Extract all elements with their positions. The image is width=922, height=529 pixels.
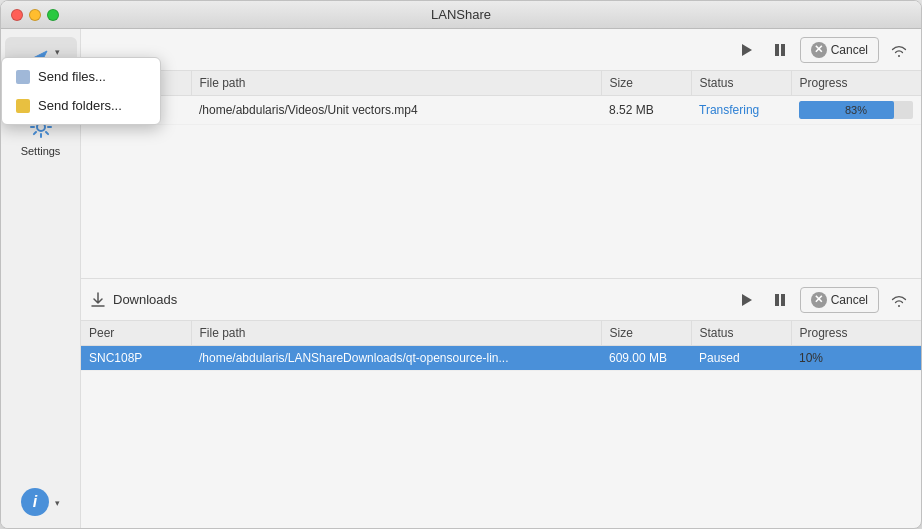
send-folders-label: Send folders...	[81, 98, 122, 113]
upload-col-status: Status	[691, 71, 791, 96]
send-folders-menu-item[interactable]: Send folders...	[81, 91, 160, 120]
svg-rect-5	[775, 294, 779, 306]
send-files-label: Send files...	[81, 69, 106, 84]
downloads-label-container: Downloads	[89, 291, 726, 309]
downloads-row-path: /home/abdularis/LANShareDownloads/qt-ope…	[191, 346, 601, 371]
upload-progress-text: 83%	[799, 101, 913, 119]
downloads-toolbar: Downloads ✕ C	[81, 279, 921, 321]
downloads-row-peer: SNC108P	[81, 346, 191, 371]
downloads-col-progress: Progress	[791, 321, 921, 346]
downloads-col-size: Size	[601, 321, 691, 346]
upload-row-size: 8.52 MB	[601, 96, 691, 125]
sidebar-bottom: i ▾	[21, 488, 60, 528]
upload-table-body: SNC108P /home/abdularis/Videos/Unit vect…	[81, 96, 921, 125]
downloads-play-button[interactable]	[732, 286, 760, 314]
info-icon-text: i	[33, 493, 37, 511]
downloads-col-path: File path	[191, 321, 601, 346]
downloads-pause-button[interactable]	[766, 286, 794, 314]
upload-table-container: Peer File path Size Status Progress SNC1…	[81, 71, 921, 278]
send-dropdown-menu: Send files... Send folders...	[81, 57, 161, 125]
upload-cancel-icon: ✕	[811, 42, 827, 58]
upload-cancel-label: Cancel	[831, 43, 868, 57]
info-button[interactable]: i	[21, 488, 49, 516]
table-row[interactable]: SNC108P /home/abdularis/LANShareDownload…	[81, 346, 921, 371]
downloads-col-status: Status	[691, 321, 791, 346]
svg-rect-6	[781, 294, 785, 306]
upload-col-size: Size	[601, 71, 691, 96]
downloads-col-peer: Peer	[81, 321, 191, 346]
downloads-label: Downloads	[113, 292, 177, 307]
upload-progress-bar-bg: 83%	[799, 101, 913, 119]
close-button[interactable]	[11, 9, 23, 21]
maximize-button[interactable]	[47, 9, 59, 21]
upload-table: Peer File path Size Status Progress SNC1…	[81, 71, 921, 125]
upload-table-header: Peer File path Size Status Progress	[81, 71, 921, 96]
downloads-wifi-button[interactable]	[885, 286, 913, 314]
downloads-cancel-icon: ✕	[811, 292, 827, 308]
send-files-menu-item[interactable]: Send files...	[81, 62, 160, 91]
svg-rect-2	[775, 44, 779, 56]
downloads-cancel-label: Cancel	[831, 293, 868, 307]
upload-toolbar: ✕ Cancel	[81, 29, 921, 71]
upload-row-status: Transfering	[691, 96, 791, 125]
upload-row-progress: 83%	[791, 96, 921, 125]
upload-col-path: File path	[191, 71, 601, 96]
minimize-button[interactable]	[29, 9, 41, 21]
upload-col-progress: Progress	[791, 71, 921, 96]
upload-row-path: /home/abdularis/Videos/Unit vectors.mp4	[191, 96, 601, 125]
table-row[interactable]: SNC108P /home/abdularis/Videos/Unit vect…	[81, 96, 921, 125]
downloads-table-header: Peer File path Size Status Progress	[81, 321, 921, 346]
downloads-row-progress: 10%	[791, 346, 921, 371]
svg-rect-3	[781, 44, 785, 56]
upload-play-button[interactable]	[732, 36, 760, 64]
downloads-cancel-button[interactable]: ✕ Cancel	[800, 287, 879, 313]
downloads-section: Downloads ✕ C	[81, 279, 921, 528]
upload-cancel-button[interactable]: ✕ Cancel	[800, 37, 879, 63]
upload-wifi-button[interactable]	[885, 36, 913, 64]
title-bar: LANShare	[1, 1, 921, 29]
downloads-table-body: SNC108P /home/abdularis/LANShareDownload…	[81, 346, 921, 371]
download-icon	[89, 291, 107, 309]
send-dropdown-arrow[interactable]: ▾	[55, 47, 60, 57]
app-window: LANShare ▾ Send	[0, 0, 922, 529]
downloads-row-size: 609.00 MB	[601, 346, 691, 371]
main-content: ▾ Send Settings i ▾	[1, 29, 921, 528]
downloads-table-container: Peer File path Size Status Progress SNC1…	[81, 321, 921, 528]
info-dropdown-arrow[interactable]: ▾	[55, 498, 60, 508]
downloads-progress-text: 10%	[799, 351, 823, 365]
upload-pause-button[interactable]	[766, 36, 794, 64]
window-controls	[11, 9, 59, 21]
downloads-row-status: Paused	[691, 346, 791, 371]
right-panel: Send files... Send folders...	[81, 29, 921, 528]
app-title: LANShare	[431, 7, 491, 22]
downloads-table: Peer File path Size Status Progress SNC1…	[81, 321, 921, 371]
upload-section: ✕ Cancel P	[81, 29, 921, 279]
svg-marker-4	[742, 294, 752, 306]
svg-marker-1	[742, 44, 752, 56]
settings-label: Settings	[21, 145, 61, 157]
